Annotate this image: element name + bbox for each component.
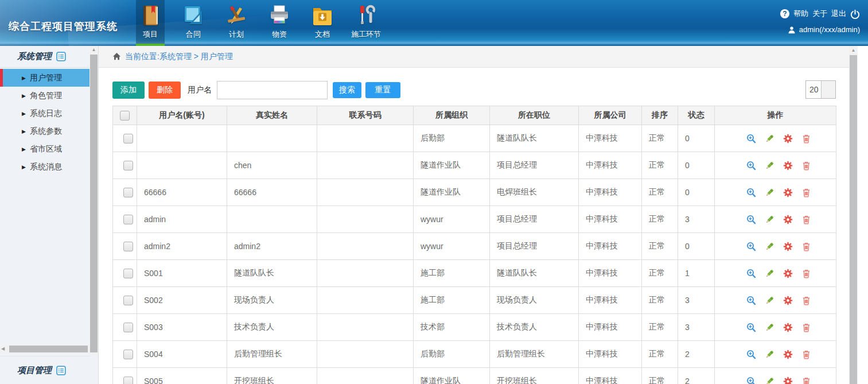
- zoom-in-icon[interactable]: [746, 350, 756, 359]
- select-all-checkbox[interactable]: [120, 111, 130, 121]
- nav-item[interactable]: 项目: [136, 0, 165, 46]
- about-link[interactable]: 关于: [812, 9, 827, 19]
- scroll-left-icon[interactable]: ◀: [1, 345, 5, 353]
- delete-icon[interactable]: [801, 215, 811, 224]
- scrollbar-thumb[interactable]: [9, 346, 88, 352]
- zoom-in-icon[interactable]: [746, 323, 756, 332]
- row-checkbox[interactable]: [123, 188, 133, 197]
- help-link[interactable]: 帮助: [793, 9, 808, 19]
- nav-item[interactable]: 物资: [265, 0, 294, 46]
- zoom-in-icon[interactable]: [746, 242, 756, 251]
- nav-item[interactable]: 施工环节: [351, 0, 381, 46]
- delete-icon[interactable]: [801, 296, 811, 305]
- delete-icon[interactable]: [801, 161, 811, 170]
- zoom-in-icon[interactable]: [746, 215, 756, 224]
- page-size-spinner[interactable]: [821, 81, 835, 98]
- row-checkbox[interactable]: [123, 161, 133, 170]
- scrollbar-thumb[interactable]: [850, 55, 857, 384]
- zoom-in-icon[interactable]: [746, 269, 756, 278]
- scrollbar-thumb[interactable]: [90, 55, 98, 352]
- settings-icon[interactable]: [783, 242, 793, 251]
- sidebar-item[interactable]: ▶省市区域: [0, 140, 98, 158]
- nav-item[interactable]: 文档: [308, 0, 337, 46]
- settings-icon[interactable]: [783, 350, 793, 359]
- settings-icon[interactable]: [783, 296, 793, 305]
- zoom-in-icon[interactable]: [746, 161, 756, 170]
- delete-icon[interactable]: [801, 134, 811, 143]
- edit-icon[interactable]: [765, 161, 774, 170]
- row-checkbox[interactable]: [123, 323, 133, 332]
- delete-icon[interactable]: [801, 323, 811, 332]
- sidebar-item[interactable]: ▶系统参数: [0, 122, 98, 140]
- settings-icon[interactable]: [783, 377, 793, 384]
- zoom-in-icon[interactable]: [746, 377, 756, 384]
- sidebar-item[interactable]: ▶系统日志: [0, 104, 98, 122]
- settings-icon[interactable]: [783, 323, 793, 332]
- username-input[interactable]: [217, 81, 328, 99]
- row-checkbox[interactable]: [123, 242, 133, 251]
- settings-icon[interactable]: [783, 161, 793, 170]
- scroll-up-icon[interactable]: ▲: [89, 47, 98, 52]
- user-info[interactable]: admin(/xxx/admin): [788, 25, 860, 34]
- delete-icon[interactable]: [801, 377, 811, 384]
- zoom-in-icon[interactable]: [746, 188, 756, 197]
- cell-phone: [317, 179, 414, 206]
- delete-icon[interactable]: [801, 350, 811, 359]
- row-checkbox[interactable]: [123, 215, 133, 224]
- sidebar-vertical-scrollbar[interactable]: ▲: [89, 46, 98, 356]
- cell-company: 中潭科技: [579, 314, 642, 341]
- page-size-control[interactable]: 20: [805, 80, 836, 99]
- cell-position: 项目总经理: [490, 233, 579, 260]
- delete-button[interactable]: 删除: [149, 82, 181, 99]
- edit-icon[interactable]: [765, 188, 774, 197]
- edit-icon[interactable]: [765, 350, 774, 359]
- sidebar-horizontal-scrollbar[interactable]: ◀: [0, 345, 90, 353]
- page-size-value[interactable]: 20: [806, 81, 821, 98]
- sidebar-section-header[interactable]: 系统管理: [0, 46, 98, 68]
- power-icon[interactable]: [850, 9, 860, 19]
- settings-icon[interactable]: [783, 269, 793, 278]
- main-vertical-scrollbar[interactable]: ▲: [849, 46, 858, 384]
- edit-icon[interactable]: [765, 269, 774, 278]
- row-checkbox[interactable]: [123, 296, 133, 305]
- cell-position: 项目总经理: [490, 152, 579, 179]
- cell-position: 项目总经理: [490, 206, 579, 233]
- settings-icon[interactable]: [783, 215, 793, 224]
- logout-link[interactable]: 退出: [831, 9, 846, 19]
- edit-icon[interactable]: [765, 377, 774, 384]
- add-button[interactable]: 添加: [112, 82, 145, 99]
- edit-icon[interactable]: [765, 215, 774, 224]
- cell-status: 0: [678, 179, 715, 206]
- help-icon[interactable]: ?: [780, 9, 789, 18]
- nav-item[interactable]: 计划: [222, 0, 251, 46]
- edit-icon[interactable]: [765, 242, 774, 251]
- sidebar-item[interactable]: ▶系统消息: [0, 158, 98, 176]
- delete-icon[interactable]: [801, 242, 811, 251]
- sidebar-item[interactable]: ▶角色管理: [0, 87, 98, 104]
- row-checkbox[interactable]: [123, 377, 133, 384]
- scroll-up-icon[interactable]: ▲: [849, 48, 858, 53]
- edit-icon[interactable]: [765, 323, 774, 332]
- row-checkbox[interactable]: [123, 350, 133, 359]
- triangle-bullet-icon: ▶: [22, 164, 26, 170]
- row-checkbox[interactable]: [123, 134, 133, 143]
- delete-icon[interactable]: [801, 188, 811, 197]
- reset-button[interactable]: 重置: [365, 82, 400, 98]
- triangle-bullet-icon: ▶: [22, 146, 26, 152]
- edit-icon[interactable]: [765, 296, 774, 305]
- sidebar-bottom-section[interactable]: 项目管理: [0, 356, 90, 384]
- row-checkbox[interactable]: [123, 269, 133, 278]
- settings-icon[interactable]: [783, 188, 793, 197]
- sidebar-item[interactable]: ▶用户管理: [0, 69, 98, 87]
- nav-item-label: 施工环节: [351, 29, 381, 40]
- edit-icon[interactable]: [765, 134, 774, 143]
- settings-icon[interactable]: [783, 134, 793, 143]
- search-button[interactable]: 搜索: [333, 82, 361, 98]
- cell-org: 后勤部: [414, 125, 490, 152]
- breadcrumb-text[interactable]: 当前位置:系统管理 > 用户管理: [125, 52, 233, 62]
- zoom-in-icon[interactable]: [746, 296, 756, 305]
- nav-item[interactable]: 合同: [179, 0, 208, 46]
- delete-icon[interactable]: [801, 269, 811, 278]
- zoom-in-icon[interactable]: [746, 134, 756, 143]
- cell-status: 1: [678, 260, 715, 287]
